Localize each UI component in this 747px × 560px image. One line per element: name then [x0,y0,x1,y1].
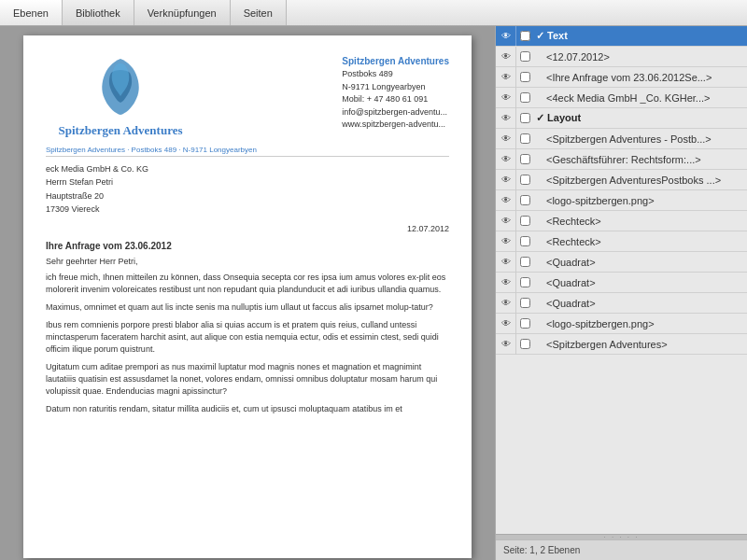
layer-item-quadrat3-layer[interactable]: 👁<Quadrat> [496,293,747,314]
body-para-1: ich freue mich, Ihnen mitteilen zu könne… [46,272,449,296]
layer-item-media-layer[interactable]: 👁<4eck Media GmbH _Co. KGHer...> [496,88,747,108]
layer-checkbox[interactable] [516,293,533,314]
layer-item-rechteck2-layer[interactable]: 👁<Rechteck> [496,231,747,252]
tab-bibliothek[interactable]: Bibliothek [63,0,134,25]
layer-checkbox-input[interactable] [520,113,530,123]
layer-item-quadrat1-layer[interactable]: 👁<Quadrat> [496,252,747,273]
layer-item-quadrat2-layer[interactable]: 👁<Quadrat> [496,273,747,293]
layer-checkbox[interactable] [516,108,533,129]
layer-checkbox[interactable] [516,273,533,293]
layer-label: <logo-spitzbergen.png> [533,318,743,329]
layer-eye-icon[interactable]: 👁 [496,170,516,190]
tab-ebenen[interactable]: Ebenen [0,0,63,25]
doc-salutation: Sehr geehrter Herr Petri, [46,257,449,266]
layer-item-text-group[interactable]: 👁✓ Text [496,26,747,47]
layer-checkbox[interactable] [516,26,533,47]
company-name: Spitzbergen Adventures [58,123,182,138]
address-street: Postboks 489 [342,68,449,81]
layer-label: <Quadrat> [533,257,743,268]
layer-checkbox-input[interactable] [520,216,530,226]
layer-checkbox-input[interactable] [520,318,530,329]
status-bar: Seite: 1, 2 Ebenen [496,539,747,560]
layer-label: ✓ Layout [533,112,743,124]
layer-eye-icon[interactable]: 👁 [496,88,516,108]
layer-label: <Spitzbergen AdventuresPostboks ...> [533,175,743,186]
layer-eye-icon[interactable]: 👁 [496,293,516,314]
layer-item-anfrage-layer[interactable]: 👁<Ihre Anfrage vom 23.06.2012Se...> [496,67,747,88]
layer-eye-icon[interactable]: 👁 [496,108,516,129]
layer-label: <logo-spitzbergen.png> [533,195,743,206]
layer-label: <Geschäftsführer: Rechtsform:...> [533,154,743,165]
layer-item-spitzbergen-layer[interactable]: 👁<Spitzbergen Adventures - Postb...> [496,129,747,149]
sender-line: Spitzbergen Adventures · Postboks 489 · … [46,146,449,157]
recipient: eck Media GmbH & Co. KG Herrn Stefan Pet… [46,162,449,217]
layer-eye-icon[interactable]: 👁 [496,273,516,293]
body-para-2: Maximus, omnimet et quam aut lis incte s… [46,301,449,314]
body-para-4: Ugitatum cum aditae prempori as nus maxi… [46,361,449,398]
layer-item-logo1-layer[interactable]: 👁<logo-spitzbergen.png> [496,190,747,211]
layer-checkbox[interactable] [516,190,533,211]
layer-checkbox[interactable] [516,252,533,273]
layer-item-logo2-layer[interactable]: 👁<logo-spitzbergen.png> [496,314,747,334]
logo-svg [92,54,148,119]
layer-checkbox-input[interactable] [520,175,530,185]
layer-checkbox-input[interactable] [520,195,530,205]
layer-checkbox[interactable] [516,170,533,190]
layer-eye-icon[interactable]: 👁 [496,26,516,47]
layer-label: <Quadrat> [533,298,743,309]
layer-checkbox[interactable] [516,88,533,108]
body-para-5: Datum non raturitis rendam, sitatur mill… [46,403,449,415]
layer-eye-icon[interactable]: 👁 [496,252,516,273]
layer-eye-icon[interactable]: 👁 [496,149,516,170]
layer-item-date-layer[interactable]: 👁<12.07.2012> [496,47,747,67]
layer-checkbox-input[interactable] [520,51,530,62]
layers-list: 👁✓ Text👁<12.07.2012>👁<Ihre Anfrage vom 2… [496,26,747,534]
doc-header: Spitzbergen Adventures Spitzbergen Adven… [46,54,449,138]
layer-item-layout-group[interactable]: 👁✓ Layout [496,108,747,129]
layer-checkbox[interactable] [516,211,533,231]
layer-item-spitzbergen2-layer[interactable]: 👁<Spitzbergen Adventures> [496,334,747,355]
tab-seiten[interactable]: Seiten [231,0,287,25]
top-toolbar: Ebenen Bibliothek Verknüpfungen Seiten [0,0,747,26]
layer-checkbox-input[interactable] [520,236,530,246]
document-panel: Spitzbergen Adventures Spitzbergen Adven… [0,26,495,560]
layer-checkbox[interactable] [516,47,533,67]
recipient-person: Herrn Stefan Petri [46,175,449,189]
layer-checkbox-input[interactable] [520,277,530,287]
layer-eye-icon[interactable]: 👁 [496,231,516,252]
layer-checkbox-input[interactable] [520,257,530,267]
layer-checkbox[interactable] [516,129,533,149]
layer-item-rechteck1-layer[interactable]: 👁<Rechteck> [496,211,747,231]
tab-verknuepfungen[interactable]: Verknüpfungen [134,0,231,25]
layer-label: <4eck Media GmbH _Co. KGHer...> [533,92,743,104]
layer-checkbox-input[interactable] [520,133,530,144]
layer-checkbox[interactable] [516,334,533,355]
layer-checkbox[interactable] [516,67,533,88]
layer-item-postboks-layer[interactable]: 👁<Spitzbergen AdventuresPostboks ...> [496,170,747,190]
main-area: Spitzbergen Adventures Spitzbergen Adven… [0,26,747,560]
document-page: Spitzbergen Adventures Spitzbergen Adven… [23,35,472,558]
layer-item-geschaeft-layer[interactable]: 👁<Geschäftsführer: Rechtsform:...> [496,149,747,170]
layer-label: ✓ Text [533,30,743,42]
layer-eye-icon[interactable]: 👁 [496,129,516,149]
layer-label: <Spitzbergen Adventures> [533,339,743,350]
layer-checkbox-input[interactable] [520,339,530,349]
layer-eye-icon[interactable]: 👁 [496,314,516,334]
layer-label: <Ihre Anfrage vom 23.06.2012Se...> [533,72,743,83]
layer-checkbox-input[interactable] [520,31,530,41]
layer-checkbox-input[interactable] [520,92,530,103]
layer-checkbox[interactable] [516,231,533,252]
layer-eye-icon[interactable]: 👁 [496,190,516,211]
layer-checkbox[interactable] [516,314,533,334]
address-city: N-9171 Longyearbyen [342,81,449,94]
layer-eye-icon[interactable]: 👁 [496,47,516,67]
layer-label: <Rechteck> [533,236,743,247]
doc-date: 12.07.2012 [46,224,449,233]
layer-checkbox-input[interactable] [520,298,530,308]
layer-checkbox-input[interactable] [520,154,530,164]
layer-eye-icon[interactable]: 👁 [496,211,516,231]
layer-checkbox-input[interactable] [520,72,530,82]
layer-eye-icon[interactable]: 👁 [496,67,516,88]
layer-checkbox[interactable] [516,149,533,170]
layer-eye-icon[interactable]: 👁 [496,334,516,355]
